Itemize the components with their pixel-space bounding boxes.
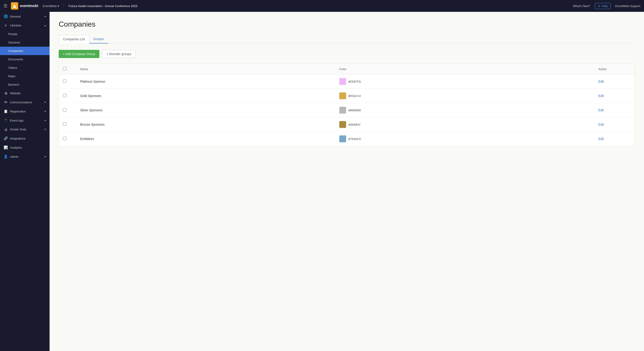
support-link[interactable]: EventMobi Support — [615, 4, 640, 8]
sidebar-item-label: Registration — [10, 110, 42, 113]
sidebar-item-general[interactable]: 🌐 General ▾ — [0, 12, 50, 21]
logo[interactable]: eventmobi — [11, 2, 38, 10]
help-button[interactable]: ⊙ Help — [595, 3, 611, 9]
color-hex-value: #76AAC8 — [348, 137, 361, 141]
chart-icon: 📊 — [4, 145, 8, 150]
help-button-label: Help — [602, 4, 608, 8]
whats-new-link[interactable]: What's New? — [573, 4, 590, 8]
edit-link[interactable]: Edit — [598, 137, 604, 141]
row-checkbox[interactable] — [63, 108, 66, 112]
sidebar-item-event-app[interactable]: 📱 Event App ▾ — [0, 116, 50, 125]
add-company-group-button[interactable]: + Add Company Group — [59, 50, 99, 58]
tab-companies-list[interactable]: Companies List — [59, 35, 89, 44]
row-checkbox[interactable] — [63, 80, 66, 83]
sidebar-item-label: Event App — [10, 119, 42, 122]
sidebar-item-label: Companies — [8, 49, 46, 53]
edit-link[interactable]: Edit — [598, 94, 604, 98]
row-action: Edit — [594, 75, 635, 89]
table-row: Gold Sponsors #D5AC43 Edit — [59, 89, 635, 103]
row-name: Silver Sponsors — [76, 103, 335, 117]
event-selector-label: EventMobi — [43, 4, 56, 8]
sidebar-item-registration[interactable]: 📋 Registration ▾ — [0, 107, 50, 116]
sidebar-item-label: Integrations — [10, 137, 46, 140]
header-action: Action — [594, 64, 635, 75]
row-color: #A88B3C — [335, 117, 594, 132]
color-swatch — [339, 135, 346, 142]
row-color: #EEB7FA — [335, 75, 594, 89]
edit-link[interactable]: Edit — [598, 108, 604, 112]
sidebar: 🌐 General ▾ ≡ Libraries ▴ People Session… — [0, 12, 50, 351]
sidebar-item-people[interactable]: People — [0, 30, 50, 38]
hamburger-menu-icon[interactable]: ☰ — [4, 4, 7, 9]
clipboard-icon: 📋 — [4, 109, 8, 113]
row-checkbox[interactable] — [63, 123, 66, 126]
row-checkbox-cell — [59, 132, 76, 146]
row-checkbox-cell — [59, 89, 76, 103]
person-icon: 👤 — [4, 155, 8, 159]
row-color: #B8B8B8 — [335, 103, 594, 117]
sidebar-item-label: Banners — [8, 83, 46, 86]
sidebar-item-onsite-tools[interactable]: 🖨 Onsite Tools ▾ — [0, 125, 50, 134]
sidebar-item-communications[interactable]: ✉ Communications ▾ — [0, 98, 50, 107]
row-checkbox-cell — [59, 117, 76, 132]
row-action: Edit — [594, 89, 635, 103]
nav-divider — [64, 3, 64, 9]
row-checkbox[interactable] — [63, 137, 66, 140]
tab-groups[interactable]: Groups — [89, 35, 108, 44]
color-swatch — [339, 107, 346, 114]
row-action: Edit — [594, 132, 635, 146]
sidebar-item-label: General — [10, 15, 42, 18]
sidebar-item-companies[interactable]: Companies — [0, 47, 50, 55]
color-hex-value: #A88B3C — [348, 123, 361, 126]
phone-icon: 📱 — [4, 118, 8, 123]
chevron-down-icon: ▾ — [44, 119, 46, 122]
actions-bar: + Add Company Group + Reorder groups — [59, 50, 635, 58]
row-checkbox[interactable] — [63, 94, 66, 97]
sidebar-item-libraries[interactable]: ≡ Libraries ▴ — [0, 21, 50, 30]
select-all-checkbox[interactable] — [63, 67, 66, 70]
table-row: Exhibitors #76AAC8 Edit — [59, 132, 635, 146]
event-name: Futura Health Association - Annual Confe… — [68, 4, 569, 8]
sidebar-item-maps[interactable]: Maps — [0, 72, 50, 80]
table-row: Platinum Sponsor #EEB7FA Edit — [59, 75, 635, 89]
chevron-down-icon: ▾ — [44, 128, 46, 131]
sidebar-item-admin[interactable]: 👤 Admin ▾ — [0, 152, 50, 161]
sidebar-item-documents[interactable]: Documents — [0, 55, 50, 64]
sidebar-item-label: People — [8, 32, 46, 36]
sidebar-item-integrations[interactable]: 🔗 Integrations — [0, 134, 50, 143]
top-navigation: ☰ eventmobi EventMobi ▾ Futura Health As… — [0, 0, 644, 12]
header-checkbox-cell — [59, 64, 76, 75]
edit-link[interactable]: Edit — [598, 80, 604, 83]
sidebar-item-banners[interactable]: Banners — [0, 80, 50, 89]
chevron-up-icon: ▴ — [44, 24, 46, 27]
tabs-bar: Companies List Groups — [59, 35, 635, 44]
main-content: Companies Companies List Groups + Add Co… — [50, 12, 644, 351]
table-row: Silver Sponsors #B8B8B8 Edit — [59, 103, 635, 117]
row-checkbox-cell — [59, 75, 76, 89]
printer-icon: 🖨 — [4, 128, 8, 131]
event-selector[interactable]: EventMobi ▾ — [43, 4, 59, 8]
sidebar-item-label: Communications — [10, 101, 42, 104]
sidebar-item-label: Analytics — [10, 146, 46, 149]
sidebar-item-analytics[interactable]: 📊 Analytics — [0, 143, 50, 152]
row-checkbox-cell — [59, 103, 76, 117]
chevron-down-icon: ▾ — [44, 101, 46, 104]
reorder-groups-button[interactable]: + Reorder groups — [102, 50, 136, 58]
sidebar-item-label: Videos — [8, 66, 46, 70]
sidebar-item-sessions[interactable]: Sessions — [0, 38, 50, 47]
sidebar-item-website[interactable]: 🖥 Website — [0, 89, 50, 98]
monitor-icon: 🖥 — [4, 91, 8, 95]
logo-text: eventmobi — [20, 4, 38, 8]
sidebar-item-label: Documents — [8, 58, 46, 61]
sidebar-item-videos[interactable]: Videos — [0, 64, 50, 72]
color-hex-value: #D5AC43 — [348, 94, 361, 98]
groups-table-wrapper: Name Color Action Platinum Sponsor #EEB7… — [59, 64, 635, 146]
row-color: #D5AC43 — [335, 89, 594, 103]
edit-link[interactable]: Edit — [598, 123, 604, 126]
table-row: Bronze Sponsors #A88B3C Edit — [59, 117, 635, 132]
globe-icon: 🌐 — [4, 14, 8, 19]
sidebar-item-label: Admin — [10, 155, 42, 158]
libraries-icon: ≡ — [4, 24, 8, 27]
header-color: Color — [335, 64, 594, 75]
link-icon: 🔗 — [4, 136, 8, 140]
